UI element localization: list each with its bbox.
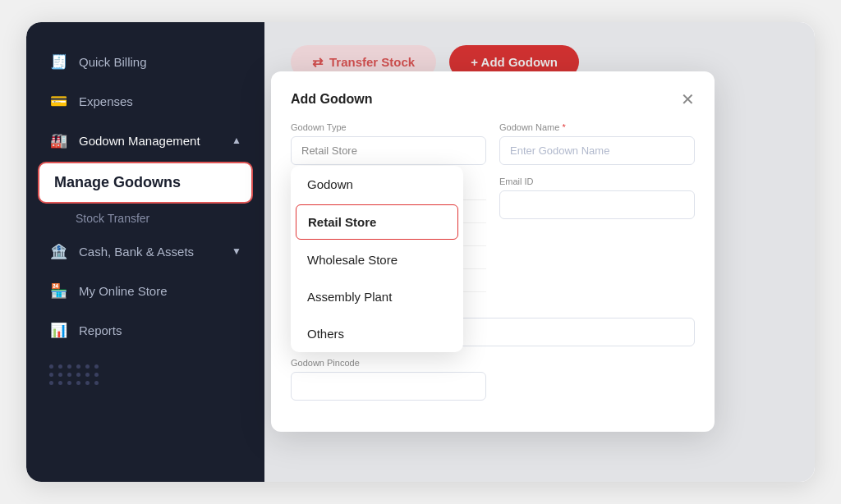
godown-type-select-wrapper: Select Godown Retail Store Wholesale Sto… — [291, 136, 486, 165]
pincode-label: Godown Pincode — [291, 358, 486, 368]
store-icon: 🏪 — [49, 282, 67, 300]
modal-title: Add Godown — [291, 92, 373, 107]
modal-header: Add Godown ✕ — [291, 91, 695, 108]
sidebar-item-cash-bank-assets[interactable]: 🏦 Cash, Bank & Assets ▼ — [26, 231, 264, 271]
sidebar-item-reports[interactable]: 📊 Reports — [26, 310, 264, 350]
pincode-input[interactable] — [291, 372, 486, 401]
required-indicator: * — [562, 122, 565, 132]
godown-type-group: Godown Type Select Godown Retail Store W… — [291, 122, 486, 165]
receipt-icon: 🧾 — [49, 53, 67, 71]
godown-icon: 🏭 — [49, 131, 67, 149]
dropdown-item-godown[interactable]: Godown — [291, 166, 463, 203]
sidebar-item-label: Godown Management — [79, 134, 200, 148]
main-content: ⇄ Transfer Stock + Add Godown Add Godown… — [264, 22, 815, 482]
sidebar-item-label: Cash, Bank & Assets — [79, 245, 194, 259]
godown-name-label: Godown Name * — [499, 122, 695, 132]
dropdown-item-retail-store[interactable]: Retail Store — [296, 204, 458, 240]
chevron-down-icon: ▼ — [232, 245, 241, 257]
dropdown-item-wholesale-store[interactable]: Wholesale Store — [291, 241, 463, 278]
sidebar-item-manage-godowns[interactable]: Manage Godowns — [38, 162, 253, 204]
godown-type-select[interactable]: Select Godown Retail Store Wholesale Sto… — [291, 136, 486, 165]
reports-icon: 📊 — [49, 321, 67, 339]
sidebar-item-stock-transfer[interactable]: Stock Transfer — [26, 205, 264, 231]
modal-overlay: Add Godown ✕ Godown Type Select Godown R… — [264, 22, 815, 482]
sidebar-item-label: Stock Transfer — [76, 212, 149, 225]
godown-type-label: Godown Type — [291, 122, 486, 132]
add-godown-modal: Add Godown ✕ Godown Type Select Godown R… — [271, 71, 715, 432]
expenses-icon: 💳 — [49, 92, 67, 110]
sidebar-item-label: Quick Billing — [79, 55, 147, 69]
sidebar-item-quick-billing[interactable]: 🧾 Quick Billing — [26, 42, 264, 81]
sidebar-item-expenses[interactable]: 💳 Expenses — [26, 81, 264, 121]
sidebar-item-label: Manage Godowns — [54, 174, 181, 191]
form-row-pincode: Godown Pincode — [291, 358, 695, 401]
chevron-up-icon: ▲ — [232, 135, 241, 146]
sidebar-item-label: Reports — [79, 323, 122, 337]
sidebar-decoration — [26, 356, 264, 393]
form-row-1: Godown Type Select Godown Retail Store W… — [291, 122, 695, 165]
sidebar-item-label: Expenses — [79, 94, 133, 108]
godown-name-input[interactable] — [499, 136, 695, 165]
dropdown-item-others[interactable]: Others — [291, 315, 463, 352]
pincode-group: Godown Pincode — [291, 358, 486, 401]
sidebar-item-godown-management[interactable]: 🏭 Godown Management ▲ — [26, 121, 264, 160]
email-input[interactable] — [499, 190, 695, 219]
empty-group — [499, 358, 695, 401]
bank-icon: 🏦 — [49, 242, 67, 260]
sidebar-item-my-online-store[interactable]: 🏪 My Online Store — [26, 271, 264, 310]
godown-name-group: Godown Name * — [499, 122, 695, 165]
email-group: Email ID — [499, 176, 695, 292]
godown-type-dropdown: Godown Retail Store Wholesale Store Asse… — [291, 166, 463, 352]
email-label: Email ID — [499, 176, 695, 186]
sidebar: 🧾 Quick Billing 💳 Expenses 🏭 Godown Mana… — [26, 22, 264, 482]
main-container: 🧾 Quick Billing 💳 Expenses 🏭 Godown Mana… — [26, 22, 815, 482]
sidebar-item-label: My Online Store — [79, 284, 168, 298]
dropdown-item-assembly-plant[interactable]: Assembly Plant — [291, 278, 463, 315]
modal-close-button[interactable]: ✕ — [681, 91, 695, 108]
